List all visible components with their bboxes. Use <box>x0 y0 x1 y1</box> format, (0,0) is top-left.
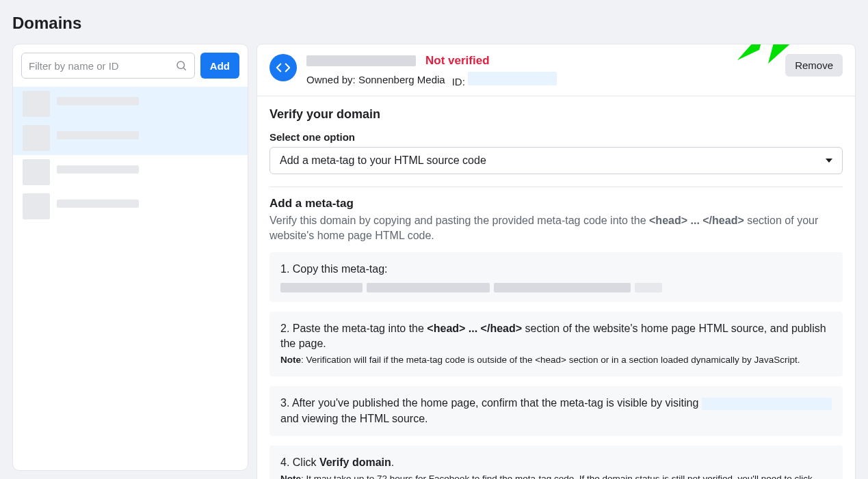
domain-name-placeholder <box>57 200 139 208</box>
selected-option-text: Add a meta-tag to your HTML source code <box>280 154 486 167</box>
verification-status: Not verified <box>425 54 490 68</box>
domain-list <box>13 87 248 223</box>
step-4-text: 4. Click Verify domain. <box>280 455 832 470</box>
domain-thumb-placeholder <box>23 193 50 219</box>
select-option-label: Select one option <box>269 131 843 143</box>
search-icon <box>175 59 187 72</box>
main-panel: Not verified Owned by: Sonnenberg Media … <box>257 44 856 479</box>
filter-input[interactable] <box>22 55 175 77</box>
domain-id-redacted <box>468 72 557 85</box>
domain-thumb-placeholder <box>23 91 50 117</box>
meta-tag-section-desc: Verify this domain by copying and pastin… <box>269 213 843 243</box>
add-domain-button[interactable]: Add <box>200 53 239 79</box>
domain-name-placeholder <box>57 97 139 105</box>
filter-box[interactable] <box>21 53 195 79</box>
domain-thumb-placeholder <box>23 159 50 185</box>
code-icon <box>269 54 297 81</box>
owned-by: Owned by: Sonnenberg Media <box>306 74 445 85</box>
page-title: Domains <box>12 14 856 33</box>
domain-list-item[interactable] <box>13 121 248 155</box>
domain-list-item[interactable] <box>13 155 248 189</box>
meta-tag-section-title: Add a meta-tag <box>269 197 843 210</box>
remove-button[interactable]: Remove <box>785 54 843 77</box>
domain-name-placeholder <box>57 165 139 174</box>
verification-method-select[interactable]: Add a meta-tag to your HTML source code <box>269 147 843 174</box>
domain-name-redacted <box>306 55 416 66</box>
verify-url-redacted <box>702 398 832 410</box>
domain-list-item[interactable] <box>13 87 248 121</box>
step-2-note: Note: Verification will fail if the meta… <box>280 354 832 367</box>
domain-list-item[interactable] <box>13 189 248 223</box>
svg-point-0 <box>177 61 185 69</box>
domains-sidebar: Add <box>12 44 248 471</box>
step-4: 4. Click Verify domain. Note: It may tak… <box>269 446 843 479</box>
step-2-text: 2. Paste the meta-tag into the <head> ..… <box>280 321 832 352</box>
chevron-down-icon <box>826 159 832 163</box>
step-1: 1. Copy this meta-tag: <box>269 252 843 301</box>
step-1-text: 1. Copy this meta-tag: <box>280 262 832 277</box>
divider <box>269 187 843 187</box>
meta-tag-code-redacted <box>280 283 832 292</box>
step-4-note: Note: It may take up to 72 hours for Fac… <box>280 473 832 479</box>
step-2: 2. Paste the meta-tag into the <head> ..… <box>269 312 843 377</box>
domain-thumb-placeholder <box>23 125 50 151</box>
svg-line-1 <box>183 68 185 70</box>
domain-header: Not verified Owned by: Sonnenberg Media … <box>257 44 855 96</box>
domain-name-placeholder <box>57 131 139 139</box>
verify-heading: Verify your domain <box>269 107 843 122</box>
domain-id: ID: <box>452 72 557 87</box>
step-3: 3. After you've published the home page,… <box>269 386 843 436</box>
